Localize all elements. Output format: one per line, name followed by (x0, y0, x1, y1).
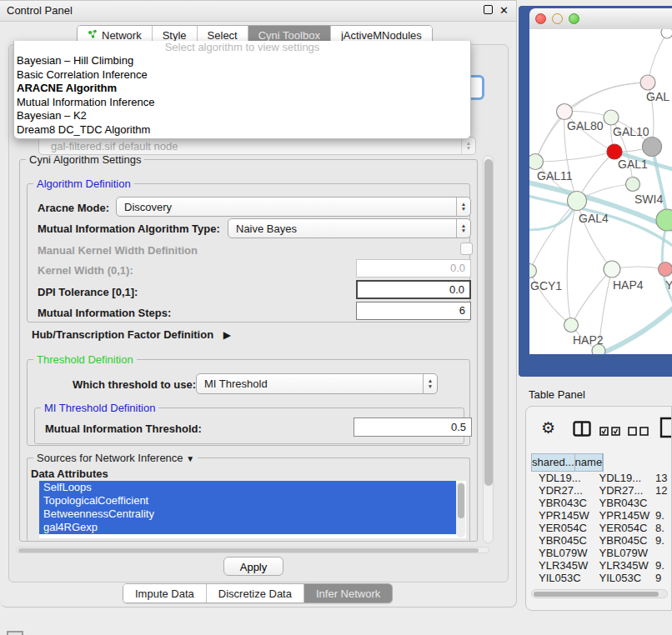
network-node[interactable] (643, 138, 662, 157)
attribute-list-item[interactable]: gal4RGexp (39, 521, 456, 534)
table-row[interactable]: YDL19... YDL19... 13 (531, 472, 671, 484)
zoom-traffic-light-icon[interactable] (569, 13, 579, 24)
table-row[interactable]: YLR345W YLR345W 9. (531, 559, 671, 572)
table-header: shared...name (531, 453, 671, 472)
list-scrollbar[interactable] (456, 482, 465, 538)
bottom-tab[interactable]: Discretize Data (207, 584, 304, 602)
network-canvas[interactable]: GALGAL80GAL10GAL1GAL11SWI4GAL4GCY1HAP4YH… (529, 29, 672, 354)
attribute-list-item[interactable]: TopologicalCoefficient (39, 494, 456, 508)
cell-name: YBL079W (592, 547, 654, 559)
tab-label: Network (102, 29, 142, 42)
dropdown-item[interactable]: Mutual Information Inference (14, 96, 470, 110)
stepper-icon: ▲▼ (456, 198, 470, 216)
network-tab-icon (88, 29, 98, 42)
cell-name: YDR27... (592, 484, 654, 497)
column-header[interactable] (602, 453, 604, 472)
close-icon[interactable]: ✕ (498, 4, 510, 17)
table-panel: ⚙ shared...name YDL19... YDL19... 13 (525, 406, 672, 611)
expanded-arrow-icon: ▼ (186, 454, 194, 463)
control-panel-titlebar[interactable]: Control Panel ✕ (0, 1, 516, 22)
column-header[interactable]: shared... (531, 453, 574, 472)
stepper-icon: ▲▼ (456, 219, 470, 238)
table-hscrollbar[interactable] (531, 589, 668, 598)
sources-toggle[interactable]: Sources for Network Inference ▼ (33, 452, 198, 464)
cell-shared-name: YLR345W (531, 559, 592, 572)
mi-algorithm-type-combobox[interactable]: Naive Bayes ▲▼ (228, 218, 471, 238)
sources-group: Sources for Network Inference ▼ Data Att… (27, 458, 470, 542)
table-row[interactable]: YBL079W YBL079W (531, 547, 671, 559)
gear-icon[interactable]: ⚙ (541, 418, 555, 438)
bottom-tab[interactable]: Infer Network (304, 584, 392, 602)
deselect-all-checkboxes-icon[interactable] (628, 426, 649, 438)
dropdown-item[interactable]: Basic Correlation Inference (14, 68, 470, 82)
cell-name: YER054C (592, 522, 654, 534)
network-edge-bundle (575, 304, 672, 354)
network-node[interactable] (529, 264, 537, 278)
hub-definition-label: Hub/Transcription Factor Definition (32, 328, 213, 341)
dropdown-item[interactable]: Bayesian – Hill Climbing (14, 54, 470, 68)
dropdown-item[interactable]: Bayesian – K2 (14, 109, 470, 123)
network-node[interactable] (568, 192, 587, 211)
attribute-list-item[interactable]: BetweennessCentrality (39, 508, 456, 521)
network-node[interactable] (604, 110, 619, 125)
network-node[interactable] (564, 318, 579, 332)
table-row[interactable]: YPR145W YPR145W 9. (531, 509, 671, 522)
sources-title: Sources for Network Inference (37, 452, 183, 464)
screen: Control Panel ✕ Network Style Select (0, 0, 672, 635)
node-label: Y (665, 278, 672, 292)
node-label: GAL10 (613, 125, 649, 138)
minimize-traffic-light-icon[interactable] (552, 13, 563, 24)
network-node[interactable] (626, 178, 640, 192)
network-window-titlebar[interactable] (529, 8, 672, 30)
network-node[interactable] (604, 261, 620, 278)
kernel-width-field[interactable]: 0.0 (356, 259, 471, 278)
network-node[interactable] (656, 209, 672, 231)
dpi-tolerance-field[interactable]: 0.0 (356, 280, 471, 299)
document-icon[interactable] (659, 417, 672, 441)
mi-threshold-field[interactable]: 0.5 (354, 418, 472, 437)
network-node[interactable] (529, 154, 544, 170)
settings-hscrollbar[interactable] (16, 547, 489, 553)
data-attributes-list: SelfLoopsTopologicalCoefficientBetweenne… (39, 481, 466, 538)
panel-title: Control Panel (7, 4, 73, 17)
hub-definition-toggle[interactable]: Hub/Transcription Factor Definition ▶ (32, 328, 231, 341)
column-header[interactable]: name (574, 453, 603, 472)
cell-value: 9. (654, 534, 671, 547)
collapsed-arrow-icon: ▶ (223, 329, 231, 341)
network-view-window: GALGAL80GAL10GAL1GAL11SWI4GAL4GCY1HAP4YH… (519, 6, 672, 377)
network-node[interactable] (640, 75, 655, 90)
network-node[interactable] (659, 262, 672, 277)
which-threshold-combobox[interactable]: MI Threshold ▲▼ (196, 373, 438, 394)
manual-kernel-width-checkbox[interactable] (460, 242, 473, 255)
table-row[interactable]: YIL053C YIL053C 9 (531, 572, 671, 584)
table-row[interactable]: YBR045C YBR045C 9. (531, 534, 671, 547)
node-label: GAL80 (567, 119, 604, 132)
network-selector-combobox[interactable]: gal-filtered.sif default node ▲▼ (38, 137, 476, 155)
apply-button[interactable]: Apply (223, 557, 283, 576)
network-node[interactable] (661, 29, 672, 38)
network-edge (535, 152, 614, 162)
close-traffic-light-icon[interactable] (535, 13, 546, 24)
bottom-tab[interactable]: Impute Data (123, 584, 207, 602)
dropdown-item[interactable]: Dream8 DC_TDC Algorithm (14, 123, 470, 138)
network-node[interactable] (557, 104, 573, 120)
dropdown-item[interactable]: ARACNE Algorithm (14, 82, 470, 96)
aracne-mode-combobox[interactable]: Discovery ▲▼ (116, 197, 471, 217)
mi-algorithm-type-value: Naive Bayes (228, 222, 456, 235)
table-row[interactable]: YER054C YER054C 8. (531, 522, 671, 534)
aracne-mode-value: Discovery (117, 201, 456, 213)
split-columns-icon[interactable] (573, 421, 591, 439)
attribute-list-item[interactable]: SelfLoops (39, 481, 456, 494)
tab-label: Infer Network (316, 588, 380, 600)
table-row[interactable]: YBR043C YBR043C (531, 497, 671, 509)
float-window-icon[interactable] (482, 4, 494, 17)
table-row[interactable]: YDR27... YDR27... 12 (531, 484, 671, 497)
mi-steps-field[interactable]: 6 (356, 302, 471, 320)
tab-label: Cyni Toolbox (258, 29, 320, 42)
which-threshold-value: MI Threshold (197, 378, 423, 390)
select-all-checkboxes-icon[interactable] (599, 426, 621, 438)
collapsed-panel-button[interactable] (7, 631, 23, 635)
algorithm-definition-group: Algorithm Definition Aracne Mode: Discov… (27, 183, 470, 322)
settings-scrollbar[interactable] (483, 155, 494, 543)
table-body: YDL19... YDL19... 13 YDR27... YDR27... 1… (531, 472, 671, 587)
